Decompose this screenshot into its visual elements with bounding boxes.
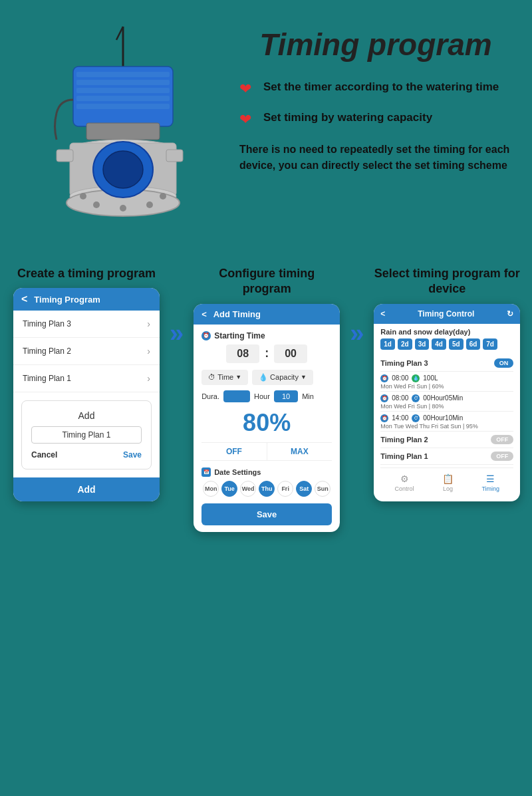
screen3-footer: ⚙ Control 📋 Log ☰ Timing (380, 467, 513, 495)
off-button[interactable]: OFF (201, 443, 267, 460)
plan-detail-days-1: Mon Wed Fri Sun | 60% (380, 383, 513, 390)
day-wed[interactable]: Wed (240, 481, 256, 497)
dura-row: Dura. Hour 10 Min (201, 390, 332, 402)
back-arrow-3[interactable]: < (380, 309, 385, 319)
capacity-selector[interactable]: 💧 Capacity ▼ (252, 370, 313, 385)
day-tue[interactable]: Tue (221, 481, 237, 497)
phone-screen-3: < Timing Control ↻ Rain and snow delay(d… (374, 304, 520, 501)
forward-arrow-icon: » (170, 319, 184, 348)
timing-plan2-label: Timing Plan 2 (380, 436, 428, 444)
day-buttons-row: 1d 2d 3d 4d 5d 6d 7d (380, 338, 513, 350)
day-mon[interactable]: Mon (203, 481, 219, 497)
min-value-box[interactable]: 10 (274, 390, 298, 402)
off-max-row: OFF MAX (201, 442, 332, 461)
feature-list: ❤ Set the timer according to the waterin… (239, 79, 512, 128)
step-col-1: Create a timing program < Timing Program… (13, 266, 160, 501)
right-content: Timing program ❤ Set the timer according… (239, 20, 512, 174)
plan-detail-days-3: Mon Tue Wed Thu Fri Sat Sun | 95% (380, 423, 513, 430)
plan-detail-row1-3: ⏰ 14:00 ⏱ 00Hour10Min (380, 414, 513, 422)
dura-box[interactable] (223, 390, 250, 402)
screen1-body: Timing Plan 3 › Timing Plan 2 › Timing P… (13, 311, 160, 469)
list-item[interactable]: Timing Plan 2 › (13, 338, 160, 365)
day-fri[interactable]: Fri (277, 481, 293, 497)
refresh-icon[interactable]: ↻ (507, 309, 513, 319)
cancel-button[interactable]: Cancel (31, 450, 57, 460)
capacity-display: 80% (201, 409, 332, 437)
timer-icon-2: ⏱ (412, 394, 420, 402)
phone-screen-2: < Add Timing ⏰ Starting Time 08 : 00 (194, 304, 340, 532)
chevron-icon: › (147, 319, 150, 329)
starting-time-label: ⏰ Starting Time (201, 331, 332, 340)
timing-plan1-label: Timing Plan 1 (380, 452, 428, 460)
description-text: There is no need to repeatedly set the t… (239, 142, 512, 174)
chevron-icon: › (147, 373, 150, 384)
time-selector[interactable]: ⏱ Time ▼ (201, 370, 248, 385)
svg-point-13 (80, 193, 86, 199)
tab-control[interactable]: ⚙ Control (395, 473, 414, 492)
hour-box[interactable]: 08 (226, 344, 259, 363)
tab-log[interactable]: 📋 Log (442, 473, 454, 492)
modal-buttons: Cancel Save (31, 450, 142, 460)
capacity-icon: 💧 (259, 373, 268, 382)
day-btn-2d[interactable]: 2d (398, 338, 412, 350)
day-btn-4d[interactable]: 4d (432, 338, 446, 350)
timing-icon: ☰ (486, 473, 495, 484)
plan-detail-1: ⏰ 08:00 💧 100L Mon Wed Fri Sun | 60% (380, 372, 513, 392)
day-circles: Mon Tue Wed Thu Fri Sat Sun (201, 481, 332, 497)
svg-point-19 (103, 151, 143, 188)
date-settings-label: 📅 Date Settings (201, 467, 332, 477)
add-modal: Add Cancel Save (21, 400, 152, 469)
selectors-row: ⏱ Time ▼ 💧 Capacity ▼ (201, 370, 332, 385)
save-button[interactable]: Save (123, 450, 142, 460)
back-arrow-1[interactable]: < (21, 293, 27, 305)
day-btn-6d[interactable]: 6d (466, 338, 481, 350)
svg-point-16 (146, 201, 153, 208)
screen1-footer-add[interactable]: Add (13, 477, 160, 501)
max-button[interactable]: MAX (267, 443, 332, 460)
time-icon-1: ⏰ (380, 374, 388, 382)
chevron-icon: › (147, 346, 150, 356)
svg-rect-8 (86, 123, 160, 140)
timing-plan3-row: Timing Plan 3 ON (380, 355, 513, 372)
rain-delay-label: Rain and snow delay(day) (380, 324, 513, 338)
list-item[interactable]: Timing Plan 1 › (13, 365, 160, 392)
timer-icon-3: ⏱ (412, 414, 420, 422)
timing-plan2-toggle[interactable]: OFF (491, 435, 513, 444)
list-item[interactable]: Timing Plan 3 › (13, 311, 160, 338)
timing-plan-input[interactable] (31, 426, 142, 444)
timing-plan3-toggle[interactable]: ON (494, 358, 514, 368)
minute-box[interactable]: 00 (274, 344, 307, 363)
day-thu[interactable]: Thu (259, 481, 275, 497)
day-btn-5d[interactable]: 5d (449, 338, 464, 350)
svg-rect-3 (76, 72, 170, 77)
tab-timing[interactable]: ☰ Timing (481, 473, 499, 492)
plan-detail-2: ⏰ 08:00 ⏱ 00Hour05Min Mon Wed Fri Sun | … (380, 392, 513, 412)
plan-detail-row1-2: ⏰ 08:00 ⏱ 00Hour05Min (380, 394, 513, 402)
svg-rect-5 (76, 88, 170, 93)
timing-plan1-toggle[interactable]: OFF (491, 452, 513, 461)
calendar-icon: 📅 (201, 467, 211, 477)
screen2-save-button[interactable]: Save (201, 503, 332, 525)
timing-plan3-label: Timing Plan 3 (380, 359, 428, 367)
day-sat[interactable]: Sat (296, 481, 312, 497)
bottom-section: Create a timing program < Timing Program… (0, 259, 532, 545)
back-arrow-2[interactable]: < (201, 309, 207, 319)
phone-screen-1: < Timing Program Timing Plan 3 › Timing … (13, 288, 160, 501)
heart-icon-2: ❤ (239, 111, 255, 128)
svg-point-14 (93, 201, 100, 208)
day-sun[interactable]: Sun (315, 481, 331, 497)
clock-icon-small: ⏱ (208, 373, 215, 381)
control-icon: ⚙ (400, 473, 409, 484)
plan-detail-3: ⏰ 14:00 ⏱ 00Hour10Min Mon Tue Wed Thu Fr… (380, 412, 513, 432)
screen1-title: Timing Program (34, 295, 100, 305)
timing-plan2-row: Timing Plan 2 OFF (380, 432, 513, 448)
steps-row: Create a timing program < Timing Program… (13, 266, 519, 532)
day-btn-1d[interactable]: 1d (380, 338, 395, 350)
day-btn-7d[interactable]: 7d (483, 338, 497, 350)
time-icon-2: ⏰ (380, 394, 388, 402)
plan-detail-row1-1: ⏰ 08:00 💧 100L (380, 374, 513, 382)
day-btn-3d[interactable]: 3d (415, 338, 430, 350)
svg-point-15 (120, 205, 126, 211)
screen2-title: Add Timing (213, 309, 261, 319)
step-col-2: Configure timing program < Add Timing ⏰ … (194, 266, 340, 532)
